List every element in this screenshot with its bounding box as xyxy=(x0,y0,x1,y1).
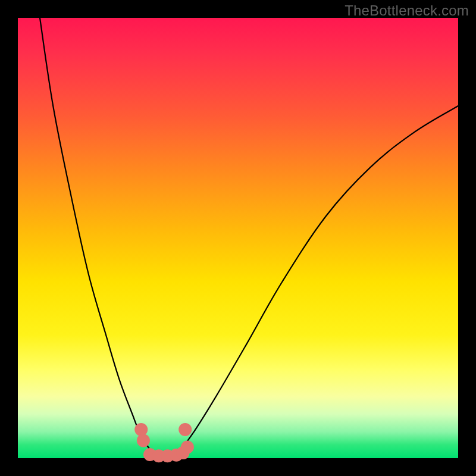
marker-group xyxy=(134,423,194,462)
chart-plot-area xyxy=(18,18,458,458)
watermark-text: TheBottleneck.com xyxy=(345,2,469,19)
chart-frame: TheBottleneck.com xyxy=(0,0,476,476)
marker-dot xyxy=(134,423,148,436)
curve-left xyxy=(40,18,159,458)
marker-dot xyxy=(137,434,150,447)
curve-right xyxy=(172,106,458,458)
marker-dot xyxy=(181,441,194,454)
chart-svg xyxy=(18,18,458,458)
marker-dot xyxy=(178,423,192,436)
